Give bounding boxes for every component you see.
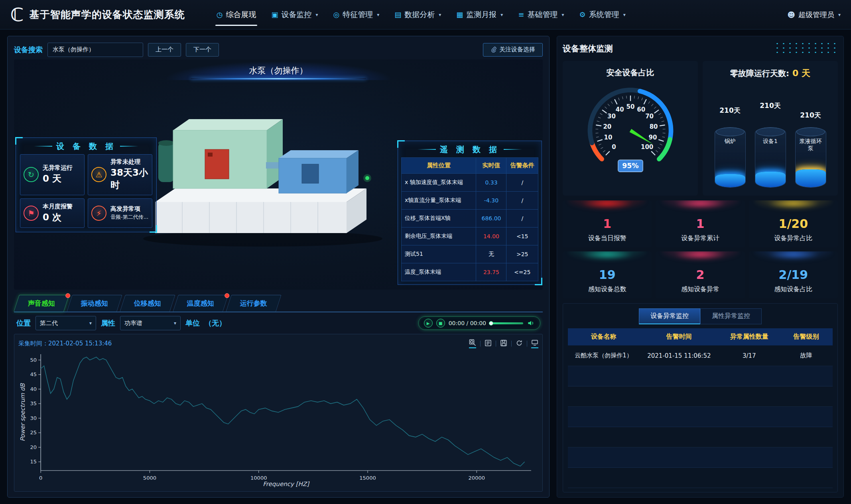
svg-text:0: 0: [39, 475, 42, 481]
alarm-cell-empty: [568, 407, 639, 427]
capture-time-value: 2021-02-05 15:13:46: [48, 340, 112, 347]
stat-tile-感知设备总数: 19感知设备总数: [563, 251, 652, 298]
alarm-tab-属性异常监控[interactable]: 属性异常监控: [700, 308, 762, 324]
stats-grid: 1设备当日报警1设备异常累计1/20设备异常占比19感知设备总数2感知设备异常2…: [563, 200, 838, 298]
device-stat-text: 高发异常项音频-第二代传...: [110, 205, 148, 221]
telemetry-row: 位移_泵体首端X轴686.00/: [402, 209, 538, 227]
tab-位移感知[interactable]: 位移感知: [120, 295, 175, 312]
paperclip-icon: [491, 47, 496, 53]
decor-line: [418, 149, 436, 150]
page: { "app": { "logo_glyph": "ℂ", "title": "…: [0, 0, 851, 504]
stop-button[interactable]: ■: [436, 319, 445, 328]
attribute-label: 属性: [101, 318, 115, 328]
alarm-cell: 故障: [780, 345, 833, 366]
machine-3d-viewport[interactable]: 水泵（勿操作）: [14, 59, 543, 290]
focus-device-button[interactable]: 关注设备选择: [483, 43, 543, 57]
cylinder-days: 210天: [719, 106, 741, 115]
tab-温度感知[interactable]: 温度感知: [173, 295, 229, 312]
zoom-icon[interactable]: [469, 339, 476, 348]
alarm-cell-empty: [568, 468, 639, 488]
nav-item-综合展现[interactable]: ◷综合展现: [209, 0, 264, 29]
device-search-input[interactable]: [47, 43, 143, 57]
telemetry-row: 测试51无>25: [402, 245, 538, 263]
telemetry-card: 遥 测 数 据 属性位置实时值告警条件 x 轴加速度值_泵体末端0.33/x轴直…: [398, 141, 542, 285]
nav-item-基础管理[interactable]: ≡基础管理▾: [510, 0, 571, 29]
svg-text:70: 70: [645, 113, 654, 120]
telemetry-row: x轴直流分量_泵体末端-4.30/: [402, 191, 538, 209]
cylinder-days: 210天: [800, 111, 821, 120]
position-label: 位置: [16, 318, 31, 328]
nav-item-label: 数据分析: [404, 10, 435, 20]
capture-time-label: 采集时间：: [18, 340, 48, 347]
tab-label: 温度感知: [187, 299, 214, 308]
nav-item-数据分析[interactable]: ▤数据分析▾: [387, 0, 449, 29]
telemetry-row: 温度_泵体末端23.75<=25: [402, 263, 538, 281]
alarm-empty-row: [568, 427, 833, 447]
stat-value: 1: [696, 217, 705, 231]
svg-text:35: 35: [30, 400, 37, 406]
nav-item-label: 设备监控: [282, 10, 312, 20]
player-progress-bar[interactable]: [490, 322, 523, 324]
nav-item-特征管理[interactable]: ◎特征管理▾: [326, 0, 387, 29]
refresh-icon[interactable]: [516, 339, 523, 348]
nav-item-监测月报[interactable]: ▦监测月报▾: [449, 0, 510, 29]
position-select[interactable]: 第二代 ▾: [35, 316, 96, 330]
svg-text:25: 25: [30, 429, 37, 435]
telemetry-condition: >25: [506, 245, 538, 263]
alarm-cell-empty: [780, 468, 833, 488]
volume-icon[interactable]: [527, 319, 535, 327]
telemetry-value: -4.30: [476, 191, 506, 209]
alarm-cell: 云酷水泵（勿操作1）: [568, 345, 639, 366]
device-stat-value: 38天3小时: [110, 167, 149, 191]
alarm-empty-row: [568, 447, 833, 468]
cylinder-label: 浆液循环泵: [796, 138, 826, 152]
tab-label: 运行参数: [240, 299, 267, 308]
save-icon[interactable]: [500, 339, 507, 348]
device-panel: 设备搜索 上一个 下一个 关注设备选择 水泵（勿操作）: [7, 36, 550, 498]
decor-line: [120, 146, 138, 147]
tab-振动感知[interactable]: 振动感知: [67, 295, 122, 312]
nav-item-设备监控[interactable]: ▣设备监控▾: [264, 0, 325, 29]
power-spectrum-chart[interactable]: 152025303540455005000100001500020000Freq…: [18, 349, 538, 490]
attribute-select[interactable]: 功率谱 ▾: [120, 316, 181, 330]
cylinder-liquid: [796, 169, 826, 187]
player-progress-knob[interactable]: [489, 321, 493, 326]
prev-device-button[interactable]: 上一个: [148, 43, 181, 57]
user-icon: ☻: [787, 10, 795, 19]
alarm-cell-empty: [568, 427, 639, 447]
alarm-tab-设备异常监控[interactable]: 设备异常监控: [639, 308, 700, 324]
flash-icon: ⚡: [91, 206, 106, 221]
overview-top-row: 安全设备占比 010203040506070809010095% 零故障运行天数…: [563, 61, 838, 196]
device-stat-card: ⚡高发异常项音频-第二代传...: [88, 198, 152, 228]
stat-label: 设备异常占比: [774, 234, 812, 243]
user-menu[interactable]: ☻ 超级管理员 ▾: [787, 10, 841, 20]
cylinders: 210天锅炉210天设备1210天浆液循环泵: [707, 80, 833, 191]
alarm-cell-empty: [780, 366, 833, 386]
dataview-icon[interactable]: [485, 339, 492, 348]
device-stat-text: 异常未处理38天3小时: [110, 158, 149, 191]
console-icon[interactable]: [531, 339, 538, 348]
focus-device-label: 关注设备选择: [499, 46, 535, 53]
toolbar-divider: [480, 341, 481, 347]
tab-声音感知[interactable]: 声音感知: [14, 295, 69, 312]
attribute-select-value: 功率谱: [124, 320, 142, 327]
alarm-cell-empty: [568, 366, 639, 386]
telemetry-row: x 轴加速度值_泵体末端0.33/: [402, 173, 538, 191]
play-button[interactable]: ▶: [424, 319, 433, 328]
tab-运行参数[interactable]: 运行参数: [226, 295, 282, 312]
search-label: 设备搜索: [14, 45, 43, 55]
telemetry-col-header: 属性位置: [402, 157, 476, 173]
search-row: 设备搜索 上一个 下一个 关注设备选择: [14, 40, 543, 59]
device-stat-text: 无异常运行0 天: [43, 164, 73, 185]
telemetry-table: 属性位置实时值告警条件 x 轴加速度值_泵体末端0.33/x轴直流分量_泵体末端…: [401, 157, 538, 281]
nav-item-系统管理[interactable]: ⚙系统管理▾: [572, 0, 633, 29]
alarm-cell: 2021-01-15 11:06:52: [639, 345, 719, 366]
top-nav-bar: ℂ 基于智能声学的设备状态监测系统 ◷综合展现▣设备监控▾◎特征管理▾▤数据分析…: [0, 0, 851, 29]
chevron-down-icon: ▾: [623, 12, 626, 18]
next-device-button[interactable]: 下一个: [186, 43, 219, 57]
svg-text:100: 100: [640, 143, 653, 151]
alarm-cell-empty: [639, 407, 719, 427]
alarm-col-header: 异常属性数量: [719, 328, 780, 345]
chevron-down-icon: ▾: [174, 320, 176, 326]
alert-badge: [65, 293, 70, 298]
